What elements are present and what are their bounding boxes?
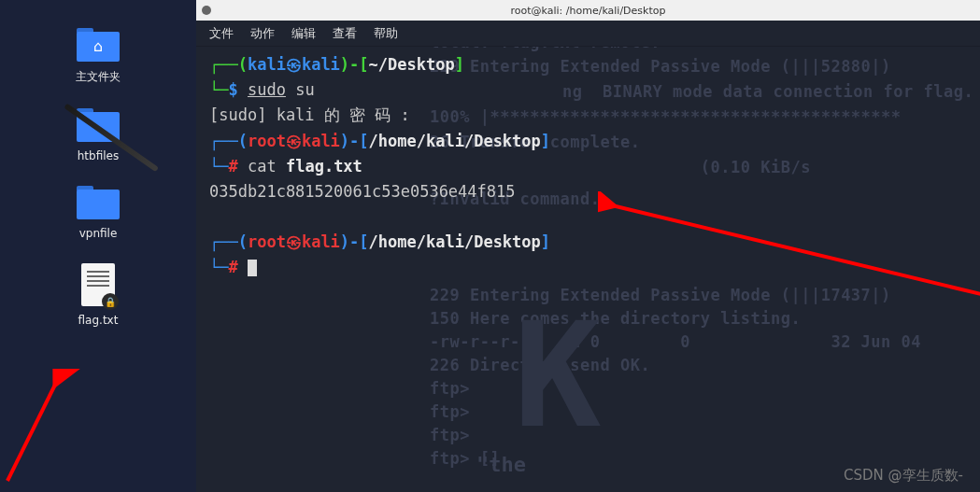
- folder-home-icon: [77, 28, 120, 62]
- svg-line-1: [7, 383, 56, 481]
- desktop-icon-htbfiles[interactable]: htbfiles: [56, 108, 140, 162]
- folder-icon: [77, 186, 120, 219]
- title-bar[interactable]: root@kali: /home/kali/Desktop: [196, 0, 980, 21]
- ghost-line: 150 Here comes the directory listing.: [430, 306, 801, 331]
- ghost-line: ftp>: [430, 376, 470, 401]
- svg-line-0: [612, 205, 980, 294]
- cat-cmd: cat: [248, 157, 277, 176]
- password-prompt: [sudo] kali 的 密 码 :: [209, 103, 967, 128]
- menu-edit[interactable]: 编辑: [291, 25, 316, 42]
- prompt-line: ┌──(root㉿kali)-[/home/kali/Desktop]: [209, 129, 967, 154]
- cursor-icon: [248, 260, 257, 276]
- ghost-line: -rw-r--r-- 1 0 0 32 Jun 04: [430, 330, 921, 355]
- command-line: └─$ sudo su: [209, 77, 967, 103]
- menu-bar: 文件 动作 编辑 查看 帮助: [196, 21, 980, 47]
- icon-label: 主文件夹: [76, 69, 121, 85]
- su-cmd: su: [295, 80, 314, 99]
- desktop-icon-home[interactable]: 主文件夹: [56, 28, 140, 85]
- terminal-body[interactable]: local: flag.txt remote: 229 Entering Ext…: [196, 47, 980, 492]
- menu-help[interactable]: 帮助: [374, 25, 398, 42]
- terminal-window: root@kali: /home/kali/Desktop 文件 动作 编辑 查…: [196, 0, 980, 492]
- command-line: └─# cat flag.txt: [209, 154, 967, 179]
- kali-k-logo: K: [514, 303, 601, 448]
- desktop-icon-vpnfile[interactable]: vpnfile: [56, 186, 140, 240]
- window-title: root@kali: /home/kali/Desktop: [511, 5, 666, 17]
- menu-file[interactable]: 文件: [209, 25, 234, 42]
- desktop-icon-flagtxt[interactable]: 🔒 flag.txt: [56, 263, 140, 327]
- icon-label: flag.txt: [78, 314, 119, 327]
- sudo-cmd: sudo: [248, 80, 286, 99]
- ghost-line: ftp>: [430, 400, 470, 425]
- icon-label: htbfiles: [78, 149, 119, 162]
- flag-filename: flag.txt: [286, 157, 362, 176]
- annotation-arrow-icon: [0, 369, 121, 490]
- prompt-line: ┌──(kali㉿kali)-[~/Desktop]: [209, 52, 967, 77]
- file-icon: 🔒: [81, 263, 115, 306]
- menu-actions[interactable]: 动作: [250, 25, 275, 42]
- annotation-arrow-icon: [598, 191, 980, 303]
- window-control-icon[interactable]: [202, 6, 211, 15]
- the-text: "the: [476, 448, 526, 481]
- lock-badge-icon: 🔒: [102, 293, 119, 310]
- menu-view[interactable]: 查看: [333, 25, 357, 42]
- ghost-line: ftp>: [430, 423, 470, 448]
- watermark: CSDN @孪生质数-: [844, 467, 963, 485]
- icon-label: vpnfile: [79, 227, 118, 240]
